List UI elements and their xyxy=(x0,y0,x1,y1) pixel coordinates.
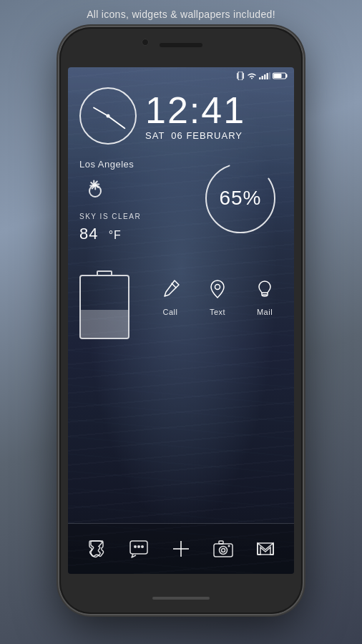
signal-icon xyxy=(259,72,270,79)
digital-time-block: 12:41 SAT 06 FEBRUARY xyxy=(145,92,245,141)
battery-icon xyxy=(79,275,129,339)
phone-frame: 12:41 SAT 06 FEBRUARY Los Angeles xyxy=(59,27,303,614)
top-section: 12:41 SAT 06 FEBRUARY xyxy=(68,87,294,145)
svg-rect-5 xyxy=(264,74,266,79)
svg-rect-4 xyxy=(262,76,264,79)
status-bar xyxy=(68,67,294,84)
quick-actions-row: Call Text xyxy=(147,275,288,316)
mail-label: Mail xyxy=(257,308,273,316)
humidity-widget: 65% xyxy=(201,159,280,238)
digital-time: 12:41 xyxy=(145,92,245,129)
humidity-value: 65% xyxy=(219,187,261,210)
analog-clock xyxy=(79,87,137,145)
text-icon xyxy=(203,275,232,303)
clock-center-dot xyxy=(107,114,110,118)
quick-action-call[interactable]: Call xyxy=(156,275,185,316)
svg-rect-6 xyxy=(267,73,269,79)
svg-point-19 xyxy=(220,547,228,555)
home-bar xyxy=(152,597,210,600)
vibrate-icon xyxy=(236,72,245,80)
mail-icon xyxy=(250,275,279,303)
battery-fill xyxy=(81,310,128,338)
svg-point-14 xyxy=(137,545,140,548)
phone-screen: 12:41 SAT 06 FEBRUARY Los Angeles xyxy=(68,67,294,574)
speaker-grille xyxy=(160,43,202,47)
svg-rect-9 xyxy=(274,74,282,78)
call-icon xyxy=(156,275,185,303)
dock-chat[interactable] xyxy=(123,533,155,565)
weather-condition: SKY IS CLEAR xyxy=(79,213,141,220)
dock-gmail[interactable] xyxy=(250,533,281,565)
camera-dot xyxy=(142,39,149,46)
text-label: Text xyxy=(210,308,225,316)
tagline: All icons, widgets & wallpapers included… xyxy=(87,9,275,20)
wifi-icon xyxy=(247,72,257,79)
svg-point-22 xyxy=(228,545,230,547)
svg-rect-0 xyxy=(237,73,238,79)
svg-rect-1 xyxy=(243,73,245,79)
svg-point-11 xyxy=(215,285,220,290)
svg-point-20 xyxy=(222,549,225,552)
svg-point-15 xyxy=(141,545,144,548)
dock-camera[interactable] xyxy=(207,533,239,565)
svg-rect-2 xyxy=(238,72,243,80)
clock-minute-hand xyxy=(108,115,126,129)
battery-widget xyxy=(79,275,129,339)
quick-action-mail[interactable]: Mail xyxy=(250,275,279,316)
weather-temperature: 84 °F xyxy=(79,225,122,243)
quick-action-text[interactable]: Text xyxy=(203,275,232,316)
svg-rect-3 xyxy=(259,77,261,79)
digital-date: SAT 06 FEBRUARY xyxy=(145,130,245,141)
bottom-dock xyxy=(68,524,294,574)
dock-phone[interactable] xyxy=(81,533,112,565)
dock-add[interactable] xyxy=(165,533,197,565)
weather-info: Los Angeles SKY IS CLEAR xyxy=(79,159,141,243)
svg-rect-21 xyxy=(219,541,223,544)
svg-rect-7 xyxy=(269,72,270,79)
weather-section: Los Angeles SKY IS CLEAR xyxy=(79,159,294,243)
battery-status-icon xyxy=(273,72,288,79)
svg-point-13 xyxy=(134,545,137,548)
sun-icon xyxy=(79,175,111,207)
weather-city: Los Angeles xyxy=(79,159,134,170)
call-label: Call xyxy=(163,308,178,316)
battery-cap xyxy=(97,270,112,275)
